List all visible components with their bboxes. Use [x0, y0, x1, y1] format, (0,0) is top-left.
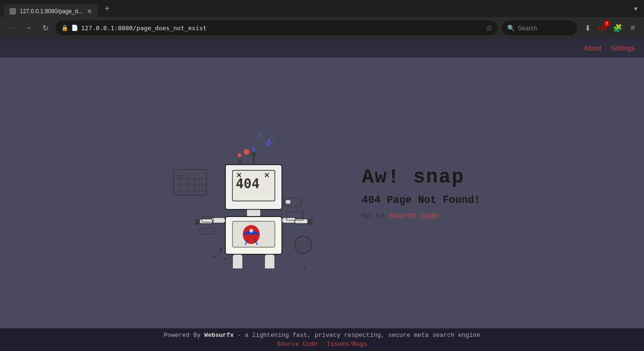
- svg-text:00(|0!|: 00(|0!|: [177, 174, 191, 177]
- forward-button[interactable]: →: [22, 21, 35, 34]
- new-tab-button[interactable]: +: [102, 4, 113, 14]
- svg-rect-50: [286, 200, 290, 204]
- ublock-badge: 7: [603, 20, 610, 27]
- download-button[interactable]: ⬇: [581, 21, 594, 34]
- error-text-container: Aw! snap 404 Page Not Found! Go to searc…: [362, 166, 480, 220]
- search-placeholder: Search: [518, 25, 537, 32]
- refresh-button[interactable]: ↻: [39, 21, 52, 34]
- search-page-link[interactable]: search page: [389, 212, 439, 220]
- svg-point-23: [252, 152, 256, 156]
- tab-favicon: [9, 8, 16, 15]
- svg-rect-46: [264, 254, 275, 268]
- svg-line-54: [301, 266, 305, 268]
- lock-icon: 🔒: [61, 25, 68, 31]
- robot-illustration: 00(|0!| #: [164, 117, 334, 268]
- svg-line-39: [308, 219, 313, 220]
- source-code-link[interactable]: Source Code: [277, 341, 317, 348]
- bookmark-star-icon[interactable]: ☆: [486, 24, 492, 33]
- svg-point-53: [298, 240, 308, 250]
- aw-snap-title: Aw! snap: [362, 166, 480, 189]
- tab-close-button[interactable]: ✕: [87, 8, 92, 15]
- search-icon: 🔍: [507, 25, 515, 32]
- svg-point-59: [219, 248, 222, 251]
- page-content: 00(|0!| #: [0, 58, 644, 328]
- svg-rect-24: [247, 209, 261, 217]
- svg-point-61: [224, 258, 226, 260]
- back-button[interactable]: ←: [5, 21, 18, 34]
- not-found-subtitle: 404 Page Not Found!: [362, 194, 480, 206]
- svg-point-60: [214, 256, 216, 258]
- footer-links: Source Code Issues/Bugs: [277, 341, 367, 348]
- footer: Powered By Websurfx - a lightening fast,…: [0, 328, 644, 351]
- powered-by-prefix: Powered By: [164, 332, 205, 339]
- content-area: 00(|0!| #: [110, 117, 534, 268]
- ublock-extension-button[interactable]: uD 7: [596, 21, 609, 34]
- svg-point-10: [244, 149, 249, 155]
- svg-point-52: [295, 236, 312, 253]
- tab-title: 127.0.0.1:8080/page_d...: [20, 8, 83, 15]
- svg-line-33: [195, 219, 199, 220]
- svg-point-9: [238, 153, 241, 157]
- tab-list-dropdown[interactable]: ▾: [631, 5, 640, 12]
- svg-rect-32: [199, 219, 213, 224]
- settings-link[interactable]: Settings: [611, 44, 635, 52]
- about-link[interactable]: About: [584, 44, 602, 52]
- tab-bar: 127.0.0.1:8080/page_d... ✕ + ▾: [0, 0, 644, 17]
- footer-brand: Websurfx: [204, 332, 233, 339]
- svg-point-11: [252, 148, 255, 151]
- svg-point-30: [249, 229, 253, 233]
- menu-button[interactable]: ≡: [626, 21, 639, 34]
- toolbar-right: ⬇ uD 7 🧩 ≡: [581, 21, 639, 34]
- nav-bar: ← → ↻ 🔒 📄 127.0.0.1:8080/page_does_not_e…: [0, 17, 644, 39]
- address-text: 127.0.0.1:8080/page_does_not_exist: [81, 25, 483, 32]
- extensions-button[interactable]: 🧩: [611, 21, 624, 34]
- svg-rect-38: [295, 219, 308, 224]
- footer-tagline-text: - a lightening fast, privacy respecting,…: [234, 332, 480, 339]
- page-icon: 📄: [71, 25, 78, 31]
- go-to-prefix: Go to: [362, 212, 389, 220]
- svg-rect-43: [232, 254, 243, 268]
- issues-bugs-link[interactable]: Issues/Bugs: [327, 341, 367, 348]
- app-nav-bar: About Settings: [0, 39, 644, 58]
- footer-tagline: Powered By Websurfx - a lightening fast,…: [164, 332, 480, 339]
- go-to-text: Go to search page: [362, 212, 480, 220]
- address-bar[interactable]: 🔒 📄 127.0.0.1:8080/page_does_not_exist ☆: [56, 20, 498, 35]
- svg-text:404: 404: [236, 176, 260, 192]
- browser-search-box[interactable]: 🔍 Search: [502, 20, 577, 35]
- svg-rect-57: [199, 228, 214, 234]
- active-tab[interactable]: 127.0.0.1:8080/page_d... ✕: [4, 4, 98, 18]
